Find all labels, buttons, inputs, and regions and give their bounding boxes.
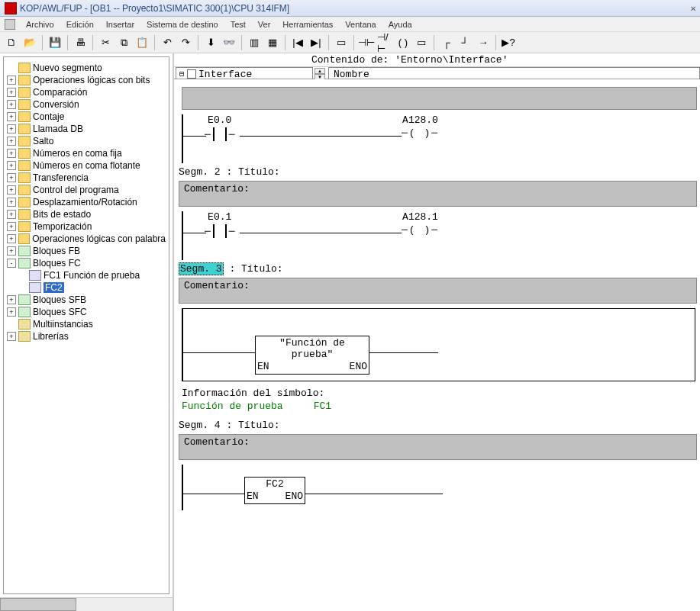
segment3-title[interactable]: Segm. 3 : Título: [179,263,700,275]
network-2[interactable]: E0.1 ─ ─ A128.1 ─( )─ [182,211,697,260]
expand-icon[interactable]: + [7,307,16,317]
segment1-comment-box[interactable] [182,87,697,110]
network-3[interactable]: "Función de prueba" EN ENO [182,308,700,381]
open-button[interactable]: 📂 [21,34,38,51]
expand-icon[interactable]: + [7,295,16,304]
tree-node[interactable]: Nuevo segmento [7,62,166,74]
nav-prev-button[interactable]: |◀ [289,34,306,51]
menu-archivo[interactable]: Archivo [20,18,60,31]
segment2-title[interactable]: Segm. 2 : Título: [179,166,700,178]
tree-node[interactable]: +Números en coma flotante [7,159,166,172]
expand-icon[interactable]: + [7,185,16,195]
expand-icon[interactable]: + [7,137,16,146]
tree-node[interactable]: Multiinstancias [7,318,166,330]
tree-node[interactable]: +Librerías [7,330,166,342]
contact-e00[interactable]: E0.0 ─ ─ [205,114,234,141]
nav-next-button[interactable]: ▶| [308,34,324,51]
catalog-tree[interactable]: Nuevo segmento+Operaciones lógicas con b… [4,57,169,347]
expand-icon[interactable]: + [7,124,16,133]
segment3-number-selected[interactable]: Segm. 3 [179,262,224,275]
undo-button[interactable]: ↶ [159,34,176,51]
sidebar-scrollbar[interactable] [0,597,173,611]
coil-a1280[interactable]: A128.0 ─( )─ [402,114,439,139]
collapse-icon[interactable]: - [7,259,16,268]
redo-button[interactable]: ↷ [177,34,194,51]
menu-insertar[interactable]: Insertar [100,18,140,31]
tree-node[interactable]: +Control del programa [7,184,166,196]
segment3-comment-box[interactable]: Comentario: [179,278,697,304]
sidebar-close-icon[interactable]: ✕ [688,5,698,13]
tree-node[interactable]: FC1 Función de prueba [18,269,166,281]
tree-node[interactable]: +Transferencia [7,172,166,184]
expand-icon[interactable]: + [7,332,16,341]
contact-no-button[interactable]: ⊣⊢ [358,34,375,51]
menu-ventana[interactable]: Ventana [339,18,382,31]
cut-button[interactable]: ✂ [97,34,114,51]
branch-close-button[interactable]: ┘ [456,34,473,51]
system-menu-icon[interactable] [5,19,15,30]
expand-icon[interactable]: + [7,173,16,182]
print-button[interactable]: 🖶 [72,34,89,51]
ladder-editor[interactable]: E0.0 ─ ─ A128.0 ─( )─ Segm. 2 : Título: … [174,79,700,611]
detail-button[interactable]: ▦ [264,34,281,51]
expand-icon[interactable]: + [7,149,16,158]
menu-sistema-destino[interactable]: Sistema de destino [140,18,224,31]
tree-node[interactable]: +Bloques SFC [7,306,166,318]
spinner-up-icon[interactable]: ▲ [315,68,325,74]
expand-icon[interactable]: + [7,100,16,109]
expand-icon[interactable]: + [7,112,16,121]
coil-a1281[interactable]: A128.1 ─( )─ [402,211,439,236]
network-1[interactable]: E0.0 ─ ─ A128.0 ─( )─ [182,114,697,163]
monitor-button[interactable]: 👓 [221,34,237,51]
connector-button[interactable]: → [475,34,492,51]
download-button[interactable]: ⬇ [202,34,219,51]
branch-open-button[interactable]: ┌ [438,34,455,51]
tree-node[interactable]: +Números en coma fija [7,147,166,159]
expand-icon[interactable]: + [7,246,16,256]
tree-node[interactable]: FC2 [18,281,166,294]
segment4-title[interactable]: Segm. 4 : Título: [179,420,700,431]
help-button[interactable]: ▶? [500,34,517,51]
interface-spinner[interactable]: ▲ ▼ [315,68,325,80]
expand-icon[interactable]: + [7,198,16,207]
tree-node[interactable]: +Llamada DB [7,123,166,135]
coil-button[interactable]: ( ) [395,34,411,51]
module-button[interactable]: ▭ [333,34,350,51]
expand-icon[interactable]: + [7,76,16,85]
expand-icon[interactable]: + [7,88,16,97]
paste-button[interactable]: 📋 [134,34,150,51]
scrollbar-thumb[interactable] [0,598,76,611]
expand-icon[interactable]: + [7,234,16,243]
tree-node[interactable]: +Bloques SFB [7,294,166,306]
tree-node[interactable]: +Operaciones lógicas con palabra [7,233,166,245]
segment2-comment-box[interactable]: Comentario: [179,181,697,207]
fc2-call-box[interactable]: FC2 EN ENO [244,477,305,504]
tree-node[interactable]: +Salto [7,135,166,147]
expand-icon[interactable]: + [7,210,16,219]
save-button[interactable]: 💾 [47,34,63,51]
menu-herramientas[interactable]: Herramientas [276,18,339,31]
menu-ver[interactable]: Ver [252,18,277,31]
contact-e01[interactable]: E0.1 ─ ─ [205,211,234,238]
tree-node[interactable]: +Comparación [7,86,166,98]
tree-node[interactable]: +Desplazamiento/Rotación [7,196,166,208]
copy-button[interactable]: ⧉ [115,34,132,51]
catalog-button[interactable]: ▥ [246,34,263,51]
tree-node[interactable]: +Bloques FB [7,245,166,257]
menu-edicion[interactable]: Edición [60,18,100,31]
tree-node[interactable]: +Temporización [7,220,166,233]
box-button[interactable]: ▭ [413,34,430,51]
new-button[interactable]: 🗋 [3,34,20,51]
expand-icon[interactable]: + [7,222,16,231]
network-4[interactable]: FC2 EN ENO [182,465,700,510]
fc1-call-box[interactable]: "Función de prueba" EN ENO [255,336,369,375]
menu-test[interactable]: Test [224,18,252,31]
tree-node[interactable]: -Bloques FC [7,257,166,269]
tree-node[interactable]: +Conversión [7,98,166,111]
menu-ayuda[interactable]: Ayuda [382,18,418,31]
tree-node[interactable]: +Operaciones lógicas con bits [7,74,166,86]
contact-nc-button[interactable]: ⊣/⊢ [376,34,393,51]
expand-icon[interactable]: + [7,161,16,170]
tree-node[interactable]: +Bits de estado [7,208,166,220]
segment4-comment-box[interactable]: Comentario: [179,434,697,460]
